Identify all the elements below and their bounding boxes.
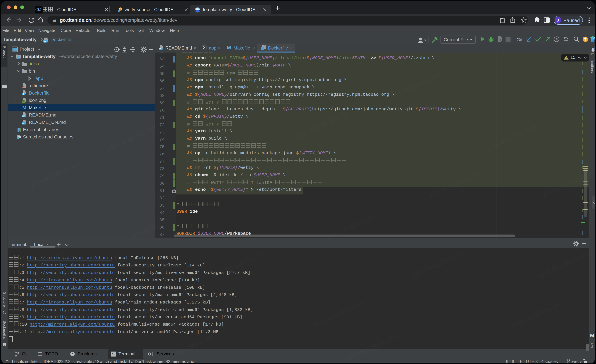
svg-text:MD: MD xyxy=(159,48,162,50)
svg-text:US: US xyxy=(119,8,122,10)
svg-text:MD: MD xyxy=(22,115,25,117)
svg-text:</>: </> xyxy=(196,7,199,9)
svg-text:MD: MD xyxy=(22,123,25,124)
svg-text:D: D xyxy=(44,40,46,43)
svg-text:D: D xyxy=(262,47,263,50)
